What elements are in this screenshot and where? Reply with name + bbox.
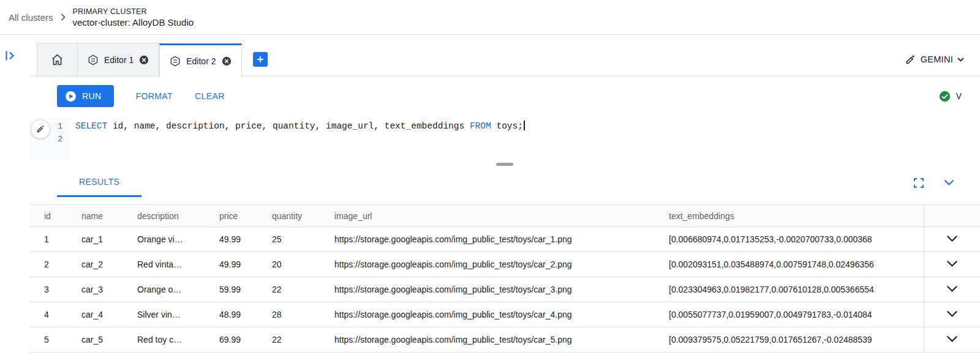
database-icon	[170, 56, 181, 67]
column-header-image_url: image_url	[334, 205, 669, 227]
cell-text_embeddings: [0.009379575,0.05221759,0.017651267,-0.0…	[669, 327, 924, 352]
row-expand-chevron-icon[interactable]	[924, 327, 980, 352]
sql-keyword-from: FROM	[470, 121, 491, 131]
cell-id: 3	[29, 277, 81, 302]
close-icon[interactable]	[139, 55, 149, 65]
cell-image_url: https://storage.googleapis.com/img_publi…	[334, 327, 669, 352]
breadcrumb-all-clusters[interactable]: All clusters	[9, 12, 53, 23]
cell-text_embeddings: [0.023304963,0.01982177,0.007610128,0.00…	[669, 277, 924, 302]
row-expand-chevron-icon[interactable]	[924, 227, 980, 252]
column-header-text_embeddings: text_embeddings	[669, 205, 924, 227]
sql-code-area[interactable]: SELECT id, name, description, price, qua…	[70, 118, 980, 160]
cell-price: 48.99	[219, 302, 272, 327]
collapse-results-chevron-icon[interactable]	[944, 179, 954, 186]
add-tab-wrap	[253, 43, 268, 76]
cell-id: 2	[29, 252, 81, 277]
text-cursor	[524, 121, 525, 130]
cell-quantity: 22	[272, 277, 334, 302]
editor-gutter: 1 2	[29, 118, 70, 160]
chevron-right-icon	[61, 13, 66, 21]
page-title: vector-cluster: AlloyDB Studio	[73, 17, 194, 28]
cell-quantity: 20	[272, 252, 334, 277]
table-row: 2car_2Red vinta…49.9920https://storage.g…	[29, 252, 980, 277]
gemini-label: GEMINI	[921, 54, 953, 64]
table-row: 4car_4Silver vin…48.9928https://storage.…	[29, 302, 980, 327]
results-table-body: 1car_1Orange vi…49.9925https://storage.g…	[29, 227, 980, 352]
home-icon	[51, 54, 64, 65]
column-header-price: price	[219, 205, 272, 227]
clear-button[interactable]: CLEAR	[195, 91, 225, 101]
row-expand-chevron-icon[interactable]	[924, 302, 980, 327]
gemini-wrap: GEMINI	[905, 43, 964, 76]
tab-results[interactable]: RESULTS	[57, 168, 141, 197]
studio-main: Editor 1 Editor 2	[29, 35, 980, 357]
editor-tabbar: Editor 1 Editor 2	[29, 35, 980, 76]
expand-column-header	[924, 205, 980, 227]
expand-panel-icon[interactable]	[5, 48, 21, 63]
cell-description: Red toy c…	[137, 327, 219, 352]
cell-name: car_2	[81, 252, 137, 277]
tab-editor-2-label: Editor 2	[186, 56, 216, 66]
sql-columns: id, name, description, price, quantity, …	[107, 121, 470, 131]
cell-description: Orange o…	[137, 277, 219, 302]
cell-name: car_5	[81, 327, 137, 352]
results-header-row: idnamedescriptionpricequantityimage_urlt…	[29, 205, 980, 227]
valid-status-label: V	[956, 91, 962, 101]
chevron-down-icon	[957, 58, 964, 62]
cell-image_url: https://storage.googleapis.com/img_publi…	[334, 302, 669, 327]
cell-id: 1	[29, 227, 81, 252]
cell-description: Orange vi…	[137, 227, 219, 252]
cell-name: car_4	[81, 302, 137, 327]
cell-quantity: 25	[272, 227, 334, 252]
database-icon	[88, 54, 99, 65]
table-row: 1car_1Orange vi…49.9925https://storage.g…	[29, 227, 980, 252]
add-editor-tab-button[interactable]	[253, 52, 268, 67]
breadcrumb-current: PRIMARY CLUSTER vector-cluster: AlloyDB …	[73, 7, 194, 28]
cell-quantity: 28	[272, 302, 334, 327]
column-header-id: id	[29, 205, 81, 227]
results-bar: RESULTS	[29, 168, 980, 197]
cell-image_url: https://storage.googleapis.com/img_publi…	[334, 227, 669, 252]
run-button[interactable]: RUN	[57, 85, 114, 107]
row-expand-chevron-icon[interactable]	[924, 252, 980, 277]
cell-image_url: https://storage.googleapis.com/img_publi…	[334, 277, 669, 302]
gemini-button[interactable]: GEMINI	[905, 54, 964, 65]
gemini-pen-sparkle-icon	[905, 54, 916, 65]
tab-home[interactable]	[37, 43, 78, 76]
editor-results-splitter	[29, 160, 980, 168]
workspace: Editor 1 Editor 2	[0, 35, 980, 357]
column-header-name: name	[81, 205, 137, 227]
cell-price: 49.99	[219, 227, 272, 252]
cell-id: 5	[29, 327, 81, 352]
collapsed-side-panel	[0, 35, 29, 357]
cluster-kicker: PRIMARY CLUSTER	[73, 7, 194, 17]
cell-description: Silver vin…	[137, 302, 219, 327]
tab-editor-2[interactable]: Editor 2	[159, 43, 241, 76]
cell-name: car_3	[81, 277, 137, 302]
play-circle-icon	[65, 91, 77, 102]
row-expand-chevron-icon[interactable]	[924, 277, 980, 302]
sql-editor: 1 2 SELECT id, name, description, price,…	[29, 116, 980, 160]
cell-price: 69.99	[219, 327, 272, 352]
results-actions	[913, 168, 954, 197]
cell-quantity: 22	[272, 327, 334, 352]
tab-editor-1[interactable]: Editor 1	[78, 43, 159, 76]
close-icon[interactable]	[222, 56, 232, 66]
cell-text_embeddings: [0.0055077737,0.01959007,0.0049791783,-0…	[669, 302, 924, 327]
cell-image_url: https://storage.googleapis.com/img_publi…	[334, 252, 669, 277]
cell-text_embeddings: [0.006680974,0.017135253,-0.0020700733,0…	[669, 227, 924, 252]
fullscreen-icon[interactable]	[913, 177, 924, 188]
cell-price: 49.99	[219, 252, 272, 277]
format-button[interactable]: FORMAT	[136, 91, 173, 101]
cell-description: Red vinta…	[137, 252, 219, 277]
column-header-description: description	[137, 205, 219, 227]
cell-text_embeddings: [0.002093151,0.035488974,0.007591748,0.0…	[669, 252, 924, 277]
sql-line-1: SELECT id, name, description, price, qua…	[75, 120, 980, 133]
breadcrumb: All clusters PRIMARY CLUSTER vector-clus…	[0, 0, 980, 35]
splitter-drag-handle[interactable]	[496, 163, 513, 166]
gemini-edit-button[interactable]	[31, 119, 50, 139]
cell-price: 59.99	[219, 277, 272, 302]
check-circle-icon	[939, 91, 951, 102]
cell-id: 4	[29, 302, 81, 327]
results-table: idnamedescriptionpricequantityimage_urlt…	[29, 204, 980, 352]
